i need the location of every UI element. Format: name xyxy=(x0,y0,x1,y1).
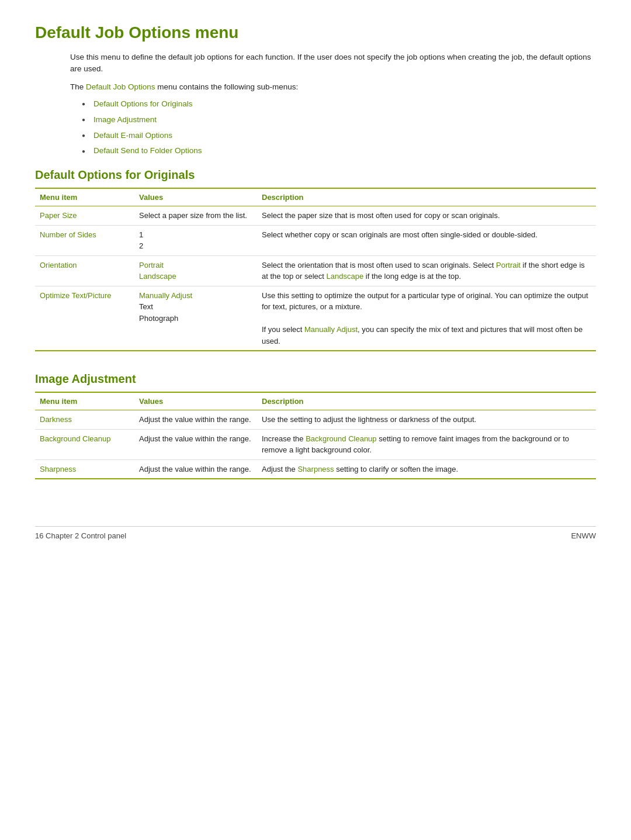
bullet-item-3[interactable]: Default E-mail Options xyxy=(93,130,172,141)
menu-item-sharpness: Sharpness xyxy=(35,459,134,479)
values-sides: 12 xyxy=(134,225,257,255)
section1-title: Default Options for Originals xyxy=(35,168,596,182)
values-paper-size: Select a paper size from the list. xyxy=(134,206,257,226)
table-row: Sharpness Adjust the value within the ra… xyxy=(35,459,596,479)
menu-item-darkness: Darkness xyxy=(35,410,134,430)
table-row: Paper Size Select a paper size from the … xyxy=(35,206,596,226)
main-title: Default Job Options menu xyxy=(35,23,596,42)
intro-para2-suffix: menu contains the following sub-menus: xyxy=(155,82,299,91)
link-sharpness: Sharpness xyxy=(297,465,334,473)
list-item: Default E-mail Options xyxy=(82,130,596,141)
menu-item-paper-size: Paper Size xyxy=(35,206,134,226)
intro-para1: Use this menu to define the default job … xyxy=(70,51,596,75)
desc-orientation: Select the orientation that is most ofte… xyxy=(257,255,596,286)
link-portrait: Portrait xyxy=(496,261,521,269)
desc-darkness: Use the setting to adjust the lightness … xyxy=(257,410,596,430)
desc-background-cleanup: Increase the Background Cleanup setting … xyxy=(257,429,596,459)
table-row: Optimize Text/Picture Manually Adjust Te… xyxy=(35,286,596,351)
link-landscape: Landscape xyxy=(327,272,364,281)
list-item: Default Options for Originals xyxy=(82,99,596,110)
section1-table: Menu item Values Description Paper Size … xyxy=(35,188,596,351)
col-header-desc: Description xyxy=(257,188,596,206)
table-row: Number of Sides 12 Select whether copy o… xyxy=(35,225,596,255)
section2-title: Image Adjustment xyxy=(35,372,596,386)
col2-header-values: Values xyxy=(134,392,257,410)
menu-item-background-cleanup: Background Cleanup xyxy=(35,429,134,459)
value-landscape: Landscape xyxy=(139,272,176,281)
col-header-values: Values xyxy=(134,188,257,206)
section2-table: Menu item Values Description Darkness Ad… xyxy=(35,392,596,479)
intro-para2-prefix: The xyxy=(70,82,86,91)
page-footer: 16 Chapter 2 Control panel ENWW xyxy=(35,526,596,540)
col2-header-desc: Description xyxy=(257,392,596,410)
footer-left: 16 Chapter 2 Control panel xyxy=(35,531,126,540)
list-item: Default Send to Folder Options xyxy=(82,146,596,157)
link-manually-adjust: Manually Adjust xyxy=(304,325,358,334)
values-darkness: Adjust the value within the range. xyxy=(134,410,257,430)
menu-item-sides: Number of Sides xyxy=(35,225,134,255)
desc-sharpness: Adjust the Sharpness setting to clarify … xyxy=(257,459,596,479)
value-portrait: Portrait xyxy=(139,261,164,269)
desc-sides: Select whether copy or scan originals ar… xyxy=(257,225,596,255)
values-optimize: Manually Adjust Text Photograph xyxy=(134,286,257,351)
table-row: Background Cleanup Adjust the value with… xyxy=(35,429,596,459)
list-item: Image Adjustment xyxy=(82,115,596,126)
submenu-list: Default Options for Originals Image Adju… xyxy=(82,99,596,157)
link-background-cleanup: Background Cleanup xyxy=(306,434,376,443)
default-job-options-link[interactable]: Default Job Options xyxy=(86,82,155,91)
bullet-item-1[interactable]: Default Options for Originals xyxy=(93,99,193,110)
bullet-item-4[interactable]: Default Send to Folder Options xyxy=(93,146,202,157)
table-row: Orientation Portrait Landscape Select th… xyxy=(35,255,596,286)
menu-item-optimize: Optimize Text/Picture xyxy=(35,286,134,351)
values-background-cleanup: Adjust the value within the range. xyxy=(134,429,257,459)
table-row: Darkness Adjust the value within the ran… xyxy=(35,410,596,430)
col2-header-menu: Menu item xyxy=(35,392,134,410)
values-sharpness: Adjust the value within the range. xyxy=(134,459,257,479)
menu-item-orientation: Orientation xyxy=(35,255,134,286)
col-header-menu: Menu item xyxy=(35,188,134,206)
intro-para2: The Default Job Options menu contains th… xyxy=(70,81,596,93)
desc-paper-size: Select the paper size that is most often… xyxy=(257,206,596,226)
desc-optimize: Use this setting to optimize the output … xyxy=(257,286,596,351)
values-orientation: Portrait Landscape xyxy=(134,255,257,286)
value-manually-adjust: Manually Adjust xyxy=(139,291,192,300)
bullet-item-2[interactable]: Image Adjustment xyxy=(93,115,157,126)
footer-right: ENWW xyxy=(571,531,596,540)
